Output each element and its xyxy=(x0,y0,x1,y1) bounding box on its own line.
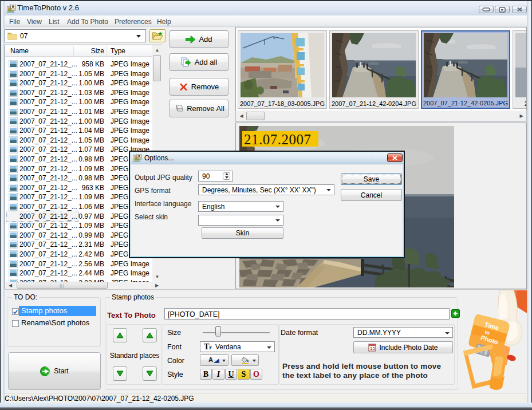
svg-text:15: 15 xyxy=(370,346,375,351)
svg-text:A: A xyxy=(208,356,213,363)
